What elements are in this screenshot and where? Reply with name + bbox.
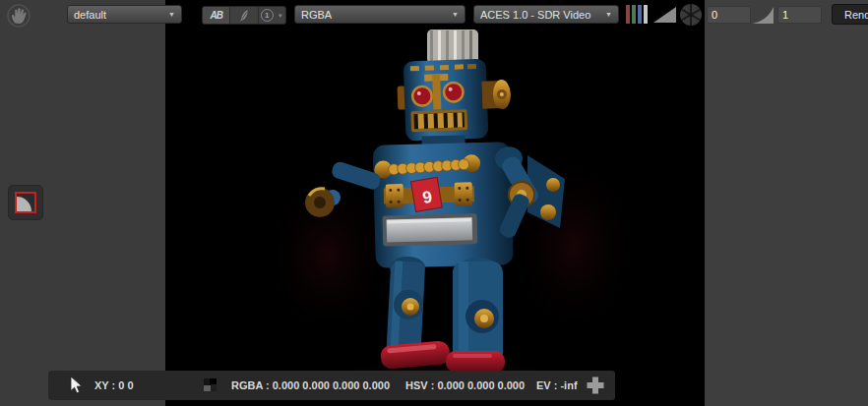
xy-readout: XY : 0 0 [94,371,134,400]
red-channel-bar [626,5,630,24]
wipe-button[interactable] [230,7,258,24]
display-colorspace-dropdown[interactable]: ACES 1.0 - SDR Video ▼ [473,5,619,24]
rgba-readout: RGBA : 0.000 0.000 0.000 0.000 [231,371,390,400]
layer-dropdown[interactable]: default ▼ [67,5,182,24]
gain-icon[interactable] [653,7,676,23]
hand-icon [7,4,31,28]
plus-icon [588,377,604,394]
gain-input[interactable] [707,6,751,24]
viewer-image: 9 [165,0,705,406]
chevron-down-icon: ▼ [605,11,612,18]
pan-tool-button[interactable] [6,3,31,29]
channel-dropdown-value: RGBA [301,9,332,21]
ev-readout: EV : -inf [536,371,578,400]
channel-dropdown[interactable]: RGBA ▼ [294,5,465,24]
ab-compare-button[interactable]: AB [203,7,230,24]
render-button[interactable]: Render [832,4,868,25]
mask-area-icon [15,192,36,213]
alpha-channel-bar [644,5,648,24]
aperture-icon[interactable] [679,3,703,27]
cursor-icon [70,376,84,394]
wipe-feather-icon [238,9,250,23]
pixel-status-bar: XY : 0 0 RGBA : 0.000 0.000 0.000 0.000 … [48,371,615,400]
mask-tool-button[interactable] [8,185,43,220]
chevron-down-icon: ▼ [168,11,175,18]
chevron-down-icon: ▼ [452,11,459,18]
hsv-readout: HSV : 0.000 0.000 0.000 [405,371,525,400]
ab-compare-label: AB [210,10,221,21]
blue-channel-bar [638,5,642,24]
color-swatch [204,378,217,391]
display-colorspace-value: ACES 1.0 - SDR Video [480,9,590,21]
ab-compare-group: AB 1 ▼ [202,6,286,25]
channels-histogram-icon[interactable] [626,5,650,24]
right-side-panel [705,0,868,406]
layer-dropdown-value: default [74,9,106,21]
chevron-down-icon: ▼ [278,13,283,19]
version-selector[interactable]: 1 ▼ [259,7,285,24]
gamma-input[interactable] [777,6,822,24]
add-readout-button[interactable] [586,376,605,395]
render-button-label: Render [844,9,868,21]
green-channel-bar [632,5,636,24]
version-number-icon: 1 [261,9,274,22]
gamma-icon[interactable] [752,7,774,24]
viewer-canvas[interactable]: 9 [165,0,705,406]
